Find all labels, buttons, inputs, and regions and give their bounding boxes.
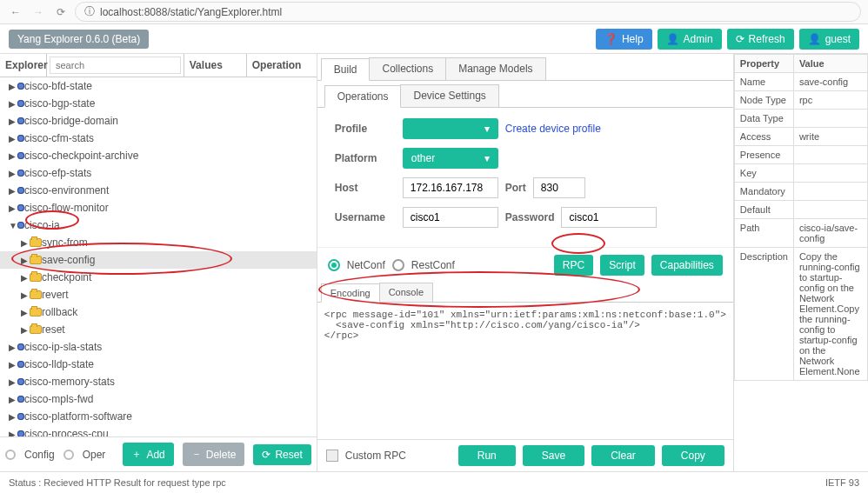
expand-arrow-icon[interactable]: ▶	[9, 151, 17, 161]
tree-row[interactable]: ▼cisco-ia	[0, 217, 317, 234]
add-button[interactable]: ＋Add	[123, 443, 173, 466]
expand-arrow-icon[interactable]: ▶	[21, 238, 30, 248]
status-text: Status : Recieved HTTP Result for reques…	[9, 477, 226, 488]
custom-rpc-checkbox[interactable]	[326, 450, 338, 462]
tree[interactable]: ▶cisco-bfd-state▶cisco-bgp-state▶cisco-b…	[0, 77, 317, 436]
expand-arrow-icon[interactable]: ▶	[21, 290, 30, 300]
tree-row[interactable]: ▶reset	[0, 321, 317, 338]
tree-row[interactable]: ▶rollback	[0, 303, 317, 321]
expand-arrow-icon[interactable]: ▶	[21, 256, 30, 265]
tab-collections[interactable]: Collections	[369, 57, 446, 80]
netconf-radio[interactable]	[328, 259, 340, 271]
tree-item-label: cisco-platform-software	[24, 410, 250, 423]
app-title: Yang Explorer 0.6.0 (Beta)	[9, 30, 149, 49]
create-profile-link[interactable]: Create device profile	[505, 123, 601, 135]
module-icon	[17, 152, 24, 159]
rpc-button[interactable]: RPC	[554, 255, 593, 276]
property-row: Namesave-config	[734, 73, 867, 91]
tree-row[interactable]: ▶cisco-efp-stats	[0, 164, 317, 182]
tab-encoding[interactable]: Encoding	[321, 283, 380, 303]
expand-arrow-icon[interactable]: ▶	[21, 273, 30, 283]
expand-arrow-icon[interactable]: ▼	[9, 221, 17, 230]
info-icon: ⓘ	[84, 4, 95, 19]
username-input[interactable]	[403, 207, 498, 228]
tree-row[interactable]: ▶cisco-process-cpu	[0, 425, 317, 436]
tree-row[interactable]: ▶save-config	[0, 251, 317, 269]
expand-arrow-icon[interactable]: ▶	[9, 360, 17, 370]
port-input[interactable]	[533, 177, 585, 198]
help-button[interactable]: ❓Help	[596, 29, 652, 50]
browser-bar: ← → ⟳ ⓘ localhost:8088/static/YangExplor…	[0, 0, 868, 24]
config-radio[interactable]	[5, 450, 16, 460]
expand-arrow-icon[interactable]: ▶	[9, 186, 17, 196]
main-tabs: Build Collections Manage Models	[317, 54, 733, 81]
tree-row[interactable]: ▶cisco-mpls-fwd	[0, 390, 317, 408]
admin-button[interactable]: 👤Admin	[658, 29, 722, 50]
property-value	[793, 201, 867, 219]
expand-arrow-icon[interactable]: ▶	[9, 99, 17, 109]
save-button[interactable]: Save	[523, 445, 584, 466]
platform-select[interactable]: other▾	[403, 148, 498, 169]
guest-button[interactable]: 👤guest	[799, 29, 859, 50]
password-input[interactable]	[561, 207, 657, 228]
tree-row[interactable]: ▶cisco-bfd-state	[0, 77, 317, 95]
reset-button[interactable]: ⟳Reset	[253, 444, 310, 465]
tree-item-label: cisco-cfm-stats	[24, 132, 250, 144]
expand-arrow-icon[interactable]: ▶	[9, 134, 17, 143]
expand-arrow-icon[interactable]: ▶	[9, 82, 17, 91]
property-row: Pathcisco-ia/save-config	[734, 219, 867, 248]
module-icon	[17, 135, 24, 142]
tree-row[interactable]: ▶cisco-bridge-domain	[0, 112, 317, 130]
expand-arrow-icon[interactable]: ▶	[21, 325, 30, 335]
tree-row[interactable]: ▶cisco-environment	[0, 182, 317, 199]
url-text: localhost:8088/static/YangExplorer.html	[100, 6, 282, 18]
script-button[interactable]: Script	[600, 255, 644, 276]
tree-row[interactable]: ▶cisco-memory-stats	[0, 373, 317, 390]
tab-manage[interactable]: Manage Models	[445, 57, 545, 80]
expand-arrow-icon[interactable]: ▶	[9, 203, 17, 213]
tab-build[interactable]: Build	[321, 58, 371, 81]
profile-select[interactable]: ▾	[403, 118, 498, 139]
tree-item-label: cisco-efp-stats	[24, 167, 250, 179]
expand-arrow-icon[interactable]: ▶	[9, 430, 17, 437]
tree-row[interactable]: ▶cisco-lldp-state	[0, 356, 317, 373]
clear-button[interactable]: Clear	[591, 445, 655, 466]
tree-row[interactable]: ▶cisco-cfm-stats	[0, 130, 317, 147]
forward-icon[interactable]: →	[30, 3, 47, 21]
search-input[interactable]	[50, 57, 181, 74]
tab-device-settings[interactable]: Device Settings	[400, 84, 498, 107]
copy-button[interactable]: Copy	[662, 445, 724, 466]
reload-icon[interactable]: ⟳	[52, 3, 70, 21]
refresh-button[interactable]: ⟳Refresh	[727, 29, 794, 50]
expand-arrow-icon[interactable]: ▶	[9, 169, 17, 178]
expand-arrow-icon[interactable]: ▶	[9, 343, 17, 352]
expand-arrow-icon[interactable]: ▶	[9, 377, 17, 387]
restconf-radio[interactable]	[392, 259, 404, 271]
sub-tabs: Operations Device Settings	[317, 81, 733, 108]
tab-operations[interactable]: Operations	[324, 85, 402, 108]
code-area[interactable]: <rpc message-id="101" xmlns="urn:ietf:pa…	[317, 303, 733, 439]
back-icon[interactable]: ←	[7, 3, 24, 21]
host-input[interactable]	[403, 177, 498, 198]
capabilities-button[interactable]: Capabilities	[651, 255, 723, 276]
run-button[interactable]: Run	[458, 445, 516, 466]
expand-arrow-icon[interactable]: ▶	[9, 117, 17, 126]
expand-arrow-icon[interactable]: ▶	[21, 308, 30, 317]
oper-radio[interactable]	[63, 450, 74, 460]
tree-row[interactable]: ▶cisco-flow-monitor	[0, 199, 317, 217]
property-row: Default	[734, 201, 867, 219]
tree-row[interactable]: ▶cisco-checkpoint-archive	[0, 147, 317, 164]
tree-row[interactable]: ▶revert	[0, 286, 317, 303]
expand-arrow-icon[interactable]: ▶	[9, 412, 17, 422]
tree-row[interactable]: ▶cisco-platform-software	[0, 408, 317, 425]
url-bar[interactable]: ⓘ localhost:8088/static/YangExplorer.htm…	[75, 2, 861, 22]
tree-row[interactable]: ▶checkpoint	[0, 269, 317, 286]
property-key: Access	[734, 128, 793, 146]
tree-row[interactable]: ▶cisco-bgp-state	[0, 95, 317, 112]
tab-console[interactable]: Console	[379, 283, 433, 302]
delete-button[interactable]: －Delete	[183, 443, 245, 466]
property-row: DescriptionCopy the running-config to st…	[734, 248, 867, 381]
expand-arrow-icon[interactable]: ▶	[9, 395, 17, 404]
tree-row[interactable]: ▶sync-from	[0, 234, 317, 251]
tree-row[interactable]: ▶cisco-ip-sla-stats	[0, 338, 317, 356]
